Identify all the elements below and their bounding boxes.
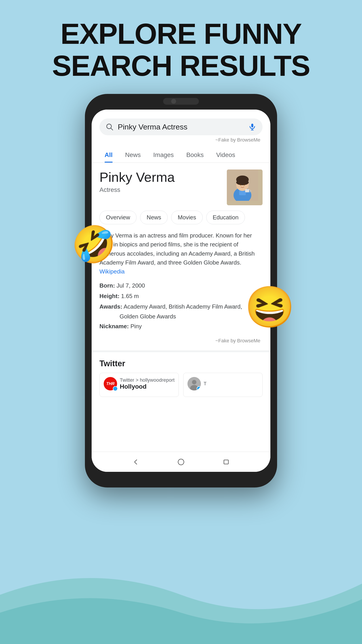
- tweet-logo-2: [187, 377, 201, 390]
- chip-education[interactable]: Education: [206, 211, 245, 224]
- headline-line2: SEARCH RESULTS: [0, 50, 362, 82]
- tweet-card-2[interactable]: T: [183, 373, 263, 397]
- svg-rect-2: [251, 124, 253, 128]
- svg-point-17: [178, 459, 184, 465]
- awards-fact: Awards: Academy Award, British Academy F…: [99, 302, 263, 312]
- knowledge-panel: Pinky Verma Actress: [92, 163, 270, 350]
- tweet-source-2: T: [187, 377, 258, 390]
- entity-header: Pinky Verma Actress: [99, 170, 263, 205]
- chip-movies[interactable]: Movies: [171, 211, 202, 224]
- entity-name: Pinky Verma: [99, 170, 175, 185]
- tweet-source-text-2: T: [204, 381, 206, 386]
- twitter-title: Twitter: [99, 359, 263, 368]
- entity-image: [227, 170, 263, 205]
- verified-badge-2: [197, 386, 201, 390]
- recent-button[interactable]: [221, 457, 231, 467]
- nickname-fact: Nickname: Piny: [99, 321, 263, 332]
- search-bar[interactable]: Pinky Verma Actress: [99, 118, 263, 135]
- svg-point-10: [236, 180, 249, 185]
- fake-label-bottom: ~Fake by BrowseMe: [99, 336, 263, 344]
- back-button[interactable]: [131, 457, 141, 467]
- tweet-card-1[interactable]: THR Twitter > hollywoodreport Hollyood: [99, 373, 179, 397]
- height-fact: Height: 1.65 m: [99, 291, 263, 302]
- svg-point-11: [240, 184, 241, 185]
- entity-info: Pinky Verma Actress: [99, 170, 175, 194]
- tweet-source-info-1: Twitter > hollywoodreport Hollyood: [120, 377, 175, 390]
- verified-badge-1: [113, 386, 118, 391]
- twitter-section: Twitter THR Twitter > hollywoodreport Ho…: [92, 352, 270, 402]
- entity-description: Pinky Verma is an actress and film produ…: [99, 231, 263, 276]
- tab-books[interactable]: Books: [180, 147, 210, 162]
- wikipedia-link[interactable]: Wikipedia: [99, 268, 125, 275]
- tweet-logo-1: THR: [104, 377, 117, 390]
- headline: EXPLORE FUNNY SEARCH RESULTS: [0, 0, 362, 82]
- search-area: Pinky Verma Actress ~Fake by BrowseMe: [92, 110, 270, 147]
- home-button[interactable]: [176, 457, 186, 467]
- search-tabs: All News Images Books Videos: [92, 147, 270, 163]
- entity-type: Actress: [99, 186, 175, 194]
- entity-facts: Born: Jul 7, 2000 Height: 1.65 m Awards:…: [99, 280, 263, 332]
- emoji-left: 🤣: [71, 224, 116, 266]
- search-icon: [106, 123, 114, 131]
- phone-screen: Pinky Verma Actress ~Fake by BrowseMe Al…: [92, 110, 270, 472]
- search-query: Pinky Verma Actress: [118, 122, 244, 131]
- svg-rect-13: [245, 189, 249, 192]
- svg-point-15: [192, 380, 196, 384]
- fake-label-top: ~Fake by BrowseMe: [99, 135, 263, 143]
- headline-line1: EXPLORE FUNNY: [0, 18, 362, 50]
- svg-line-1: [111, 128, 113, 130]
- chip-news[interactable]: News: [140, 211, 168, 224]
- born-fact: Born: Jul 7, 2000: [99, 280, 263, 291]
- tab-news[interactable]: News: [119, 147, 147, 162]
- tweet-cards: THR Twitter > hollywoodreport Hollyood: [99, 373, 263, 397]
- tab-videos[interactable]: Videos: [210, 147, 241, 162]
- awards-fact-cont: Golden Globe Awards: [99, 312, 263, 321]
- svg-point-12: [244, 184, 245, 185]
- mic-icon[interactable]: [248, 123, 256, 131]
- tab-images[interactable]: Images: [147, 147, 180, 162]
- emoji-right: 😆: [245, 284, 295, 331]
- tweet-source-1: THR Twitter > hollywoodreport Hollyood: [104, 377, 175, 390]
- phone-mockup: 🤣 😆 Pinky Verma Actress: [85, 94, 277, 488]
- svg-rect-18: [224, 460, 228, 464]
- tweet-handle-1: Hollyood: [120, 383, 175, 390]
- section-divider: [92, 350, 270, 352]
- tweet-source-info-2: T: [204, 381, 206, 386]
- chip-overview[interactable]: Overview: [99, 211, 137, 224]
- tab-all[interactable]: All: [98, 147, 119, 162]
- tweet-source-text-1: Twitter > hollywoodreport: [120, 377, 175, 383]
- entity-chips: Overview News Movies Education: [99, 211, 263, 224]
- screen-content: Pinky Verma Actress ~Fake by BrowseMe Al…: [92, 110, 270, 472]
- nav-bar: [92, 452, 270, 472]
